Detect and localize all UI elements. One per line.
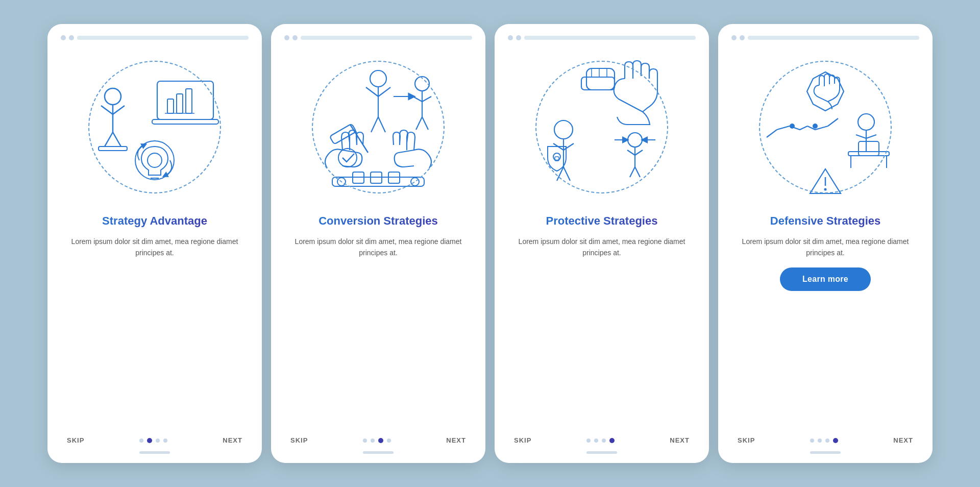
dot-1-1[interactable]: [139, 439, 143, 443]
topbar-circle: [508, 35, 513, 40]
card-title-1: Strategy Advantage: [97, 214, 212, 229]
dot-3-1[interactable]: [586, 439, 591, 443]
card-conversion-strategies: Conversion Strategies Lorem ipsum dolor …: [271, 24, 485, 463]
dashed-circle-4: [759, 61, 892, 193]
dot-1-2[interactable]: [147, 438, 152, 443]
dot-4-4[interactable]: [833, 438, 838, 443]
skip-button-3[interactable]: SKIP: [514, 436, 531, 444]
card-protective-strategies: Protective Strategies Lorem ipsum dolor …: [495, 24, 709, 463]
card-handle-1: [139, 451, 170, 454]
nav-dots-4: [810, 438, 838, 443]
dot-2-4[interactable]: [387, 439, 391, 443]
nav-dots-2: [363, 438, 391, 443]
topbar-circle: [61, 35, 66, 40]
topbar-line: [301, 36, 472, 40]
card-title-4: Defensive Strategies: [765, 214, 886, 229]
card-description-1: Lorem ipsum dolor sit dim amet, mea regi…: [57, 236, 253, 259]
card-description-2: Lorem ipsum dolor sit dim amet, mea regi…: [280, 236, 476, 259]
card-defensive-strategies: Defensive Strategies Lorem ipsum dolor s…: [718, 24, 933, 463]
card-illustration-3: [520, 45, 683, 209]
card-handle-3: [586, 451, 617, 454]
topbar-circle: [740, 35, 745, 40]
card-illustration-4: [744, 45, 907, 209]
learn-more-button[interactable]: Learn more: [780, 267, 871, 291]
skip-button-4[interactable]: SKIP: [738, 436, 755, 444]
dot-3-3[interactable]: [602, 439, 606, 443]
cards-container: Strategy Advantage Lorem ipsum dolor sit…: [32, 9, 948, 478]
topbar-circle: [516, 35, 521, 40]
dashed-circle-1: [88, 61, 221, 193]
card-handle-2: [363, 451, 394, 454]
dot-2-2[interactable]: [371, 439, 375, 443]
topbar-line: [748, 36, 919, 40]
skip-button-1[interactable]: SKIP: [67, 436, 84, 444]
skip-button-2[interactable]: SKIP: [290, 436, 308, 444]
card-nav-2: SKIP NEXT: [280, 436, 476, 444]
card-illustration-1: [73, 45, 236, 209]
card-description-4: Lorem ipsum dolor sit dim amet, mea regi…: [727, 236, 923, 259]
card-nav-3: SKIP NEXT: [504, 436, 700, 444]
dot-4-2[interactable]: [818, 439, 822, 443]
dot-2-1[interactable]: [363, 439, 367, 443]
nav-dots-1: [139, 438, 167, 443]
nav-dots-3: [586, 438, 615, 443]
dot-2-3[interactable]: [378, 438, 383, 443]
dot-3-4[interactable]: [609, 438, 615, 443]
topbar-line: [77, 36, 249, 40]
topbar-circle: [69, 35, 74, 40]
card-illustration-2: [297, 45, 460, 209]
card-topbar-1: [57, 33, 253, 45]
card-topbar-3: [504, 33, 700, 45]
topbar-circle: [284, 35, 289, 40]
card-strategy-advantage: Strategy Advantage Lorem ipsum dolor sit…: [47, 24, 262, 463]
card-title-2: Conversion Strategies: [313, 214, 443, 229]
dot-4-3[interactable]: [825, 439, 829, 443]
next-button-1[interactable]: NEXT: [223, 436, 242, 444]
next-button-4[interactable]: NEXT: [893, 436, 913, 444]
dashed-circle-3: [535, 61, 668, 193]
card-handle-4: [810, 451, 841, 454]
card-topbar-2: [280, 33, 476, 45]
next-button-3[interactable]: NEXT: [670, 436, 690, 444]
dot-3-2[interactable]: [594, 439, 598, 443]
topbar-circle: [731, 35, 737, 40]
topbar-line: [524, 36, 696, 40]
dashed-circle-2: [312, 61, 445, 193]
topbar-circle: [292, 35, 298, 40]
card-description-3: Lorem ipsum dolor sit dim amet, mea regi…: [504, 236, 700, 259]
card-nav-4: SKIP NEXT: [727, 436, 923, 444]
card-title-3: Protective Strategies: [541, 214, 663, 229]
card-nav-1: SKIP NEXT: [57, 436, 253, 444]
dot-1-4[interactable]: [163, 439, 167, 443]
dot-4-1[interactable]: [810, 439, 814, 443]
next-button-2[interactable]: NEXT: [446, 436, 466, 444]
dot-1-3[interactable]: [156, 439, 160, 443]
card-topbar-4: [727, 33, 923, 45]
